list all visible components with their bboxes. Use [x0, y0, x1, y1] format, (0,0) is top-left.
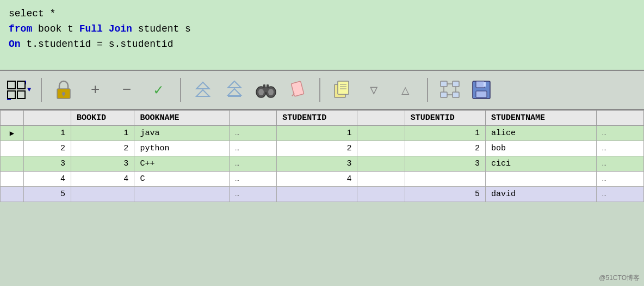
table-header-row: BOOKID BOOKNAME STUDENTID STUDENTID STUD… — [1, 111, 644, 126]
separator-2 — [180, 78, 181, 102]
table-cell: 4 — [71, 172, 134, 187]
grid-dropdown-arrow: ▼ — [27, 86, 31, 94]
table-cell: 2 — [405, 141, 485, 156]
svg-rect-30 — [441, 81, 447, 87]
table-cell: 1 — [277, 126, 357, 141]
table-cell: … — [596, 141, 643, 156]
toolbar: ▼ + − ✓ — [0, 71, 644, 110]
svg-marker-13 — [228, 81, 241, 88]
filter-all-button[interactable] — [222, 78, 246, 102]
svg-rect-22 — [267, 84, 269, 88]
svg-marker-14 — [228, 89, 241, 95]
grid-icon — [7, 80, 26, 100]
table-cell — [1, 187, 24, 202]
table-cell: ▶ — [1, 126, 24, 141]
nav-down-button[interactable]: ▽ — [362, 78, 386, 102]
filter-down-button[interactable] — [191, 78, 215, 102]
table-cell — [134, 187, 230, 202]
sql-line-2: from book t Full Join student s — [9, 22, 635, 37]
separator-4 — [427, 78, 428, 102]
col-bookid: BOOKID — [71, 111, 134, 126]
separator-3 — [319, 78, 320, 102]
table-cell: … — [596, 187, 643, 202]
table-cell: python — [134, 141, 230, 156]
table-cell: C — [134, 172, 230, 187]
table-cell — [357, 126, 405, 141]
lock-button[interactable] — [52, 78, 76, 102]
table-cell: 2 — [71, 141, 134, 156]
table-cell: david — [486, 187, 597, 202]
nav-up-button[interactable]: △ — [393, 78, 417, 102]
table-cell: java — [134, 126, 230, 141]
svg-rect-31 — [453, 81, 459, 87]
sql-on-condition: t.studentid = s.studentid — [26, 39, 173, 50]
table-cell — [1, 172, 24, 187]
svg-rect-26 — [338, 81, 349, 94]
sql-on-kw: On — [9, 39, 21, 50]
table-row[interactable]: 44C…4… — [1, 172, 644, 187]
table-cell — [1, 156, 24, 172]
table-row[interactable]: ▶11java…11alice… — [1, 126, 644, 141]
col-ell2 — [357, 111, 405, 126]
data-table-area: BOOKID BOOKNAME STUDENTID STUDENTID STUD… — [0, 110, 644, 202]
table-cell: 3 — [23, 156, 71, 172]
add-button[interactable]: + — [83, 78, 107, 102]
table-cell — [71, 187, 134, 202]
svg-point-18 — [258, 89, 264, 95]
table-cell: 3 — [405, 156, 485, 172]
table-row[interactable]: 5…5david… — [1, 187, 644, 202]
col-ell1 — [229, 111, 276, 126]
table-cell: 1 — [71, 126, 134, 141]
table-cell: bob — [486, 141, 597, 156]
nav-up-icon: △ — [401, 82, 409, 98]
table-cell: 5 — [23, 187, 71, 202]
table-cell: 5 — [405, 187, 485, 202]
table-cell: 4 — [23, 172, 71, 187]
table-row[interactable]: 33C++…33cici… — [1, 156, 644, 172]
table-cell — [1, 141, 24, 156]
remove-button[interactable]: − — [115, 78, 139, 102]
sql-from-rest: book t — [38, 23, 79, 34]
table-cell — [277, 187, 357, 202]
col-ell3 — [596, 111, 643, 126]
watermark: @51CTO博客 — [599, 273, 640, 283]
grid-layout-button[interactable]: ▼ — [7, 80, 31, 100]
table-cell: … — [229, 126, 276, 141]
results-table: BOOKID BOOKNAME STUDENTID STUDENTID STUD… — [0, 110, 644, 202]
col-studentname: STUDENTNAME — [486, 111, 597, 126]
table-cell — [357, 141, 405, 156]
sql-from-suffix: student s — [138, 23, 191, 34]
sql-line-3: On t.studentid = s.studentid — [9, 37, 635, 52]
save-button[interactable] — [469, 78, 493, 102]
copy-button[interactable] — [330, 78, 354, 102]
svg-rect-2 — [8, 91, 15, 99]
binoculars-icon — [256, 80, 276, 100]
nav-down-icon: ▽ — [370, 82, 377, 98]
check-icon: ✓ — [154, 81, 163, 99]
svg-marker-12 — [196, 90, 209, 96]
check-button[interactable]: ✓ — [146, 78, 170, 102]
search-button[interactable] — [254, 78, 278, 102]
sql-editor: select * from book t Full Join student s… — [0, 0, 644, 71]
separator-1 — [41, 78, 42, 102]
svg-rect-33 — [453, 92, 459, 98]
table-cell: … — [596, 172, 643, 187]
sql-select: select * — [9, 8, 55, 19]
table-row[interactable]: 22python…22bob… — [1, 141, 644, 156]
table-cell: … — [229, 187, 276, 202]
table-cell: cici — [486, 156, 597, 172]
col-studentid-t: STUDENTID — [277, 111, 357, 126]
table-cell: … — [596, 126, 643, 141]
col-arrow — [1, 111, 24, 126]
table-cell: 2 — [23, 141, 71, 156]
table-cell: 4 — [277, 172, 357, 187]
edit-button[interactable] — [286, 78, 309, 102]
schema-button[interactable] — [438, 78, 462, 102]
table-cell: 1 — [23, 126, 71, 141]
table-cell: … — [229, 156, 276, 172]
svg-marker-11 — [196, 82, 209, 89]
svg-rect-21 — [263, 84, 265, 88]
table-cell: 2 — [277, 141, 357, 156]
remove-icon: − — [122, 82, 132, 99]
svg-rect-0 — [8, 81, 15, 89]
